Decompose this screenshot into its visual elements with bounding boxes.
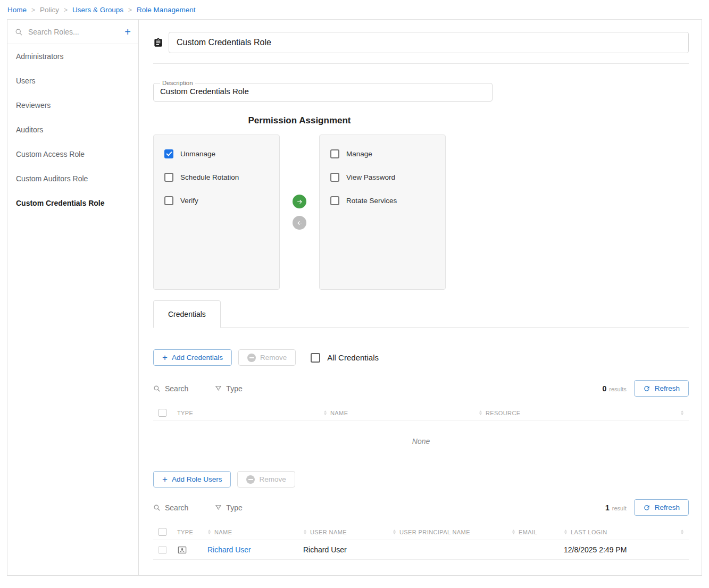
type-filter-label: Type [226, 384, 242, 393]
add-credentials-label: Add Credentials [172, 354, 223, 362]
user-name-link[interactable]: Richard User [207, 545, 251, 554]
column-header-name[interactable]: NAME [323, 410, 479, 416]
role-users-refresh-button[interactable]: Refresh [634, 499, 689, 516]
permission-transfer: Unmanage Schedule Rotation Verify [153, 135, 446, 290]
credentials-type-filter[interactable]: Type [215, 384, 242, 393]
column-header-last-login[interactable]: LAST LOGIN [564, 529, 680, 535]
refresh-label: Refresh [655, 503, 680, 511]
remove-role-users-button[interactable]: Remove [237, 471, 295, 488]
type-filter-label: Type [226, 503, 242, 512]
divider [153, 63, 689, 64]
column-header-email[interactable]: EMAIL [512, 529, 564, 535]
sidebar-item-auditors[interactable]: Auditors [7, 117, 138, 142]
credentials-empty-state: None [153, 421, 689, 464]
permission-item-unmanage[interactable]: Unmanage [154, 146, 279, 162]
role-name-input[interactable] [169, 32, 689, 53]
column-header-name[interactable]: NAME [207, 529, 303, 535]
remove-label: Remove [259, 475, 286, 483]
breadcrumb-home[interactable]: Home [7, 6, 27, 14]
sidebar-item-custom-credentials-role[interactable]: Custom Credentials Role [7, 191, 138, 215]
search-icon [153, 385, 161, 392]
checkbox[interactable] [330, 149, 339, 158]
add-role-users-button[interactable]: + Add Role Users [153, 471, 231, 488]
breadcrumb-users-groups[interactable]: Users & Groups [72, 6, 123, 14]
sort-icon [564, 530, 568, 534]
permission-label: Verify [180, 197, 198, 205]
table-row[interactable]: Richard User Richard User 12/8/2025 2:49… [153, 540, 689, 560]
permission-item-view-password[interactable]: View Password [320, 169, 445, 186]
add-credentials-button[interactable]: + Add Credentials [153, 349, 232, 366]
permission-item-schedule-rotation[interactable]: Schedule Rotation [154, 169, 279, 186]
permission-item-verify[interactable]: Verify [154, 192, 279, 209]
credentials-search-filter[interactable]: Search [153, 384, 188, 393]
role-users-type-filter[interactable]: Type [215, 503, 242, 512]
sort-icon [207, 530, 211, 534]
breadcrumb-policy: Policy [40, 6, 59, 14]
breadcrumb-separator: > [31, 6, 35, 14]
breadcrumb-separator: > [128, 6, 132, 14]
tab-bar: Credentials [153, 300, 689, 328]
sidebar-item-reviewers[interactable]: Reviewers [7, 93, 138, 117]
role-users-section: + Add Role Users Remove Search [153, 471, 689, 560]
tab-credentials[interactable]: Credentials [153, 300, 221, 328]
credentials-refresh-button[interactable]: Refresh [634, 380, 689, 397]
add-role-users-label: Add Role Users [172, 475, 222, 483]
permission-item-manage[interactable]: Manage [320, 146, 445, 162]
row-checkbox[interactable] [159, 546, 166, 554]
sidebar-item-users[interactable]: Users [7, 69, 138, 93]
move-right-button[interactable] [293, 195, 306, 208]
search-filter-label: Search [165, 503, 188, 512]
checkbox[interactable] [164, 173, 173, 182]
select-all-checkbox[interactable] [159, 409, 166, 417]
role-name-row [153, 32, 689, 53]
description-label: Description [160, 80, 195, 86]
checkbox[interactable] [164, 149, 173, 158]
sidebar-item-administrators[interactable]: Administrators [7, 44, 138, 69]
user-username-cell: Richard User [303, 545, 393, 554]
permission-label: Schedule Rotation [180, 173, 239, 181]
credentials-table-header: TYPE NAME RESOURCE [153, 405, 689, 421]
refresh-icon [643, 385, 650, 392]
refresh-label: Refresh [655, 384, 680, 392]
move-left-button[interactable] [293, 216, 306, 230]
sort-icon [512, 530, 515, 534]
assigned-permissions-list: Manage View Password Rotate Services [319, 135, 446, 290]
role-badge-icon [153, 37, 163, 48]
column-header-user-name[interactable]: USER NAME [303, 529, 393, 535]
permission-item-rotate-services[interactable]: Rotate Services [320, 192, 445, 209]
refresh-icon [643, 504, 650, 511]
description-input[interactable] [160, 86, 486, 96]
checkbox[interactable] [330, 173, 339, 182]
column-header-user-principal-name[interactable]: USER PRINCIPAL NAME [393, 529, 512, 535]
breadcrumb-role-management[interactable]: Role Management [137, 6, 195, 14]
plus-icon: + [162, 353, 168, 362]
sort-icon [479, 410, 482, 415]
search-icon [153, 504, 161, 511]
user-type-cell [177, 545, 207, 555]
sort-icon [680, 410, 689, 416]
credentials-filter-row: Search Type 0 results [153, 380, 689, 397]
sidebar-item-custom-auditors-role[interactable]: Custom Auditors Role [7, 166, 138, 191]
remove-credentials-button[interactable]: Remove [238, 349, 296, 366]
sidebar: + Administrators Users Reviewers Auditor… [7, 20, 139, 575]
checkbox[interactable] [164, 196, 173, 205]
breadcrumb-separator: > [64, 6, 68, 14]
user-card-icon [177, 545, 187, 555]
column-header-type[interactable]: TYPE [177, 410, 323, 416]
column-header-type[interactable]: TYPE [177, 529, 207, 535]
column-header-resource[interactable]: RESOURCE [479, 410, 680, 416]
checkbox[interactable] [330, 196, 339, 205]
credentials-section: + Add Credentials Remove All Credentials [153, 349, 689, 464]
minus-circle-icon [247, 354, 256, 362]
all-credentials-label: All Credentials [327, 353, 379, 362]
all-credentials-checkbox[interactable] [311, 353, 320, 363]
role-users-search-filter[interactable]: Search [153, 503, 188, 512]
search-roles-input[interactable] [27, 27, 119, 37]
select-all-checkbox[interactable] [159, 528, 166, 536]
result-number: 1 [605, 503, 610, 512]
all-credentials-toggle[interactable]: All Credentials [311, 353, 379, 363]
minus-circle-icon [246, 475, 255, 484]
sidebar-item-custom-access-role[interactable]: Custom Access Role [7, 142, 138, 166]
sort-icon [680, 529, 689, 535]
add-role-button[interactable]: + [123, 27, 132, 37]
